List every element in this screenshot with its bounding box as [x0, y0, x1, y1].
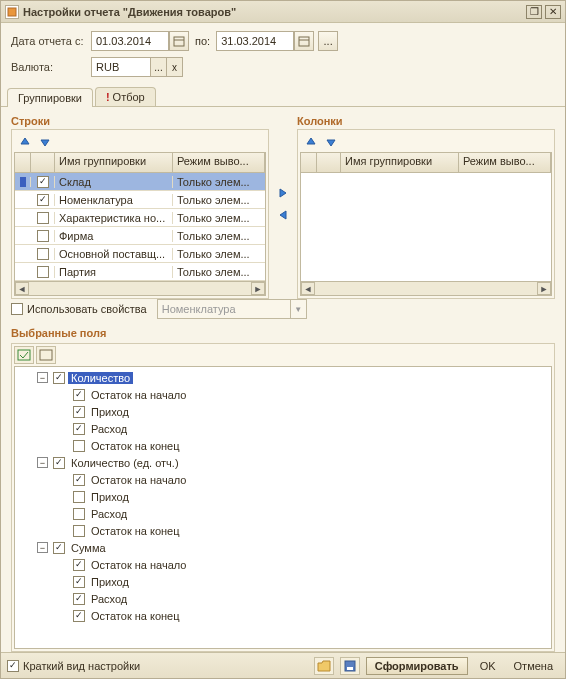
tree-node[interactable]: Расход [15, 420, 551, 437]
maximize-button[interactable]: ❐ [526, 5, 542, 19]
date-to-input[interactable]: 31.03.2014 [216, 31, 294, 51]
date-from-label: Дата отчета с: [11, 35, 91, 47]
row-checkbox[interactable] [37, 230, 49, 242]
svg-rect-1 [174, 37, 184, 46]
tree-checkbox[interactable] [73, 610, 85, 622]
row-checkbox[interactable] [37, 266, 49, 278]
tree-node[interactable]: Приход [15, 573, 551, 590]
tab-groupings[interactable]: Группировки [7, 88, 93, 107]
tab-filter[interactable]: ! Отбор [95, 87, 156, 106]
tree-node[interactable]: Приход [15, 488, 551, 505]
date-more-button[interactable]: ... [318, 31, 338, 51]
tree-node[interactable]: Расход [15, 590, 551, 607]
exclamation-icon: ! [106, 91, 110, 103]
save-button[interactable] [340, 657, 360, 675]
folder-button[interactable] [314, 657, 334, 675]
rows-h-scrollbar[interactable]: ◄► [15, 281, 265, 295]
row-checkbox[interactable] [37, 248, 49, 260]
tree-toggle[interactable]: − [37, 542, 48, 553]
cols-move-down-button[interactable] [322, 134, 340, 150]
row-checkbox[interactable] [37, 194, 49, 206]
tree-checkbox[interactable] [73, 389, 85, 401]
calendar-icon [298, 35, 310, 47]
cols-grid: Имя группировки Режим выво... ◄► [300, 152, 552, 296]
tree-node[interactable]: −Сумма [15, 539, 551, 556]
tree-label: Расход [88, 508, 130, 520]
currency-combo[interactable]: RUB ... x [91, 57, 183, 77]
folder-icon [317, 660, 331, 672]
svg-rect-6 [40, 350, 52, 360]
tree-checkbox[interactable] [73, 508, 85, 520]
tree-node[interactable]: Остаток на конец [15, 437, 551, 454]
currency-more-button[interactable]: ... [150, 58, 166, 76]
table-row[interactable]: Характеристика но...Только элем... [15, 209, 265, 227]
tree-checkbox[interactable] [73, 423, 85, 435]
svg-rect-0 [8, 8, 16, 16]
currency-value: RUB [92, 58, 150, 76]
tree-checkbox[interactable] [73, 440, 85, 452]
tree-node[interactable]: Остаток на начало [15, 471, 551, 488]
tree-toggle[interactable]: − [37, 457, 48, 468]
currency-clear-button[interactable]: x [166, 58, 182, 76]
tree-node[interactable]: Остаток на конец [15, 607, 551, 624]
use-properties-combo[interactable]: Номенклатура ▼ [157, 299, 307, 319]
tree-checkbox[interactable] [53, 372, 65, 384]
row-mode: Только элем... [173, 194, 265, 206]
titlebar: Настройки отчета "Движения товаров" ❐ ✕ [1, 1, 565, 23]
date-from-calendar-button[interactable] [169, 31, 189, 51]
tree-node[interactable]: Остаток на начало [15, 556, 551, 573]
row-checkbox[interactable] [37, 176, 49, 188]
table-row[interactable]: СкладТолько элем... [15, 173, 265, 191]
use-properties-checkbox[interactable] [11, 303, 23, 315]
tree-label: Приход [88, 576, 132, 588]
tree-label: Остаток на начало [88, 559, 189, 571]
tree-checkbox[interactable] [73, 474, 85, 486]
row-name: Номенклатура [55, 194, 173, 206]
tree-node[interactable]: −Количество (ед. отч.) [15, 454, 551, 471]
date-from-input[interactable]: 01.03.2014 [91, 31, 169, 51]
tree-checkbox[interactable] [53, 457, 65, 469]
tree-label: Количество (ед. отч.) [68, 457, 182, 469]
table-row[interactable]: ПартияТолько элем... [15, 263, 265, 281]
check-all-button[interactable] [14, 346, 34, 364]
uncheck-all-button[interactable] [36, 346, 56, 364]
cancel-button[interactable]: Отмена [508, 658, 559, 674]
tree-node[interactable]: Остаток на конец [15, 522, 551, 539]
generate-button[interactable]: Сформировать [366, 657, 468, 675]
tree-label: Приход [88, 406, 132, 418]
close-button[interactable]: ✕ [545, 5, 561, 19]
tree-node[interactable]: Приход [15, 403, 551, 420]
cols-h-scrollbar[interactable]: ◄► [301, 281, 551, 295]
table-row[interactable]: ФирмаТолько элем... [15, 227, 265, 245]
tree-label: Сумма [68, 542, 109, 554]
tree-toggle[interactable]: − [37, 372, 48, 383]
row-name: Партия [55, 266, 173, 278]
row-checkbox[interactable] [37, 212, 49, 224]
calendar-icon [173, 35, 185, 47]
tree-checkbox[interactable] [73, 525, 85, 537]
rows-move-down-button[interactable] [36, 134, 54, 150]
cols-move-up-button[interactable] [302, 134, 320, 150]
tree-checkbox[interactable] [73, 559, 85, 571]
move-to-rows-button[interactable] [274, 207, 292, 223]
tree-label: Остаток на конец [88, 525, 183, 537]
date-to-calendar-button[interactable] [294, 31, 314, 51]
rows-move-up-button[interactable] [16, 134, 34, 150]
move-to-cols-button[interactable] [274, 185, 292, 201]
table-row[interactable]: НоменклатураТолько элем... [15, 191, 265, 209]
tree-checkbox[interactable] [73, 593, 85, 605]
tree-node[interactable]: −Количество [15, 369, 551, 386]
svg-rect-3 [299, 37, 309, 46]
tree-node[interactable]: Остаток на начало [15, 386, 551, 403]
table-row[interactable]: Основной поставщ...Только элем... [15, 245, 265, 263]
ok-button[interactable]: OK [474, 658, 502, 674]
tree-checkbox[interactable] [53, 542, 65, 554]
tree-checkbox[interactable] [73, 406, 85, 418]
short-view-checkbox[interactable] [7, 660, 19, 672]
tree-checkbox[interactable] [73, 576, 85, 588]
tree-checkbox[interactable] [73, 491, 85, 503]
tree-label: Количество [68, 372, 133, 384]
use-properties-value: Номенклатура [158, 303, 290, 315]
diskette-icon [344, 660, 356, 672]
tree-node[interactable]: Расход [15, 505, 551, 522]
